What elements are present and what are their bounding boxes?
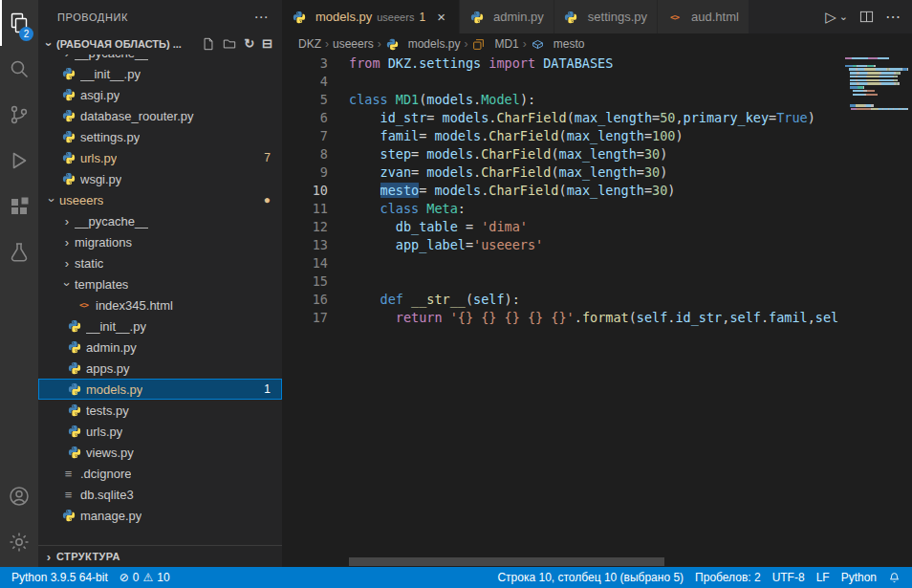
code-line-5[interactable]: class MD1(models.Model):	[349, 91, 839, 109]
tree-item-wsgi.py[interactable]: wsgi.py	[38, 168, 282, 189]
status-item-indentation[interactable]: Пробелов: 2	[689, 567, 767, 588]
collapse-all-icon[interactable]: ⊟	[262, 37, 272, 51]
code-line-16[interactable]: def __str__(self):	[349, 291, 839, 309]
editor-actions: ▷ ⌄ ⋯	[814, 0, 912, 33]
code-line-14[interactable]	[349, 254, 839, 272]
line-number-11: 11	[282, 200, 328, 218]
code-line-11[interactable]: class Meta:	[349, 200, 839, 218]
tree-item-label: asgi.py	[80, 88, 119, 102]
activity-item-extensions[interactable]	[0, 184, 38, 229]
code-line-17[interactable]: return '{} {} {} {} {}'.format(self.id_s…	[349, 309, 839, 327]
code-line-4[interactable]	[349, 73, 839, 91]
code-editor[interactable]: from DKZ.settings import DATABASES class…	[349, 54, 839, 567]
code-line-15[interactable]	[349, 272, 839, 291]
status-item-problems[interactable]: ⊘0⚠10	[114, 567, 176, 588]
code-line-6[interactable]: id_str= models.CharField(max_length=50,p…	[349, 109, 839, 127]
activity-item-testing[interactable]	[0, 229, 38, 275]
minimap[interactable]	[843, 54, 910, 567]
python-icon	[61, 151, 76, 165]
activity-item-run-debug[interactable]	[0, 138, 38, 184]
code-line-9[interactable]: zvan= models.CharField(max_length=30)	[349, 163, 839, 182]
breadcrumb-item-useeers[interactable]: useeers	[333, 37, 374, 51]
tree-item-urls.py[interactable]: urls.py	[38, 421, 282, 442]
activity-item-settings[interactable]	[0, 519, 38, 565]
python-icon	[67, 361, 81, 376]
run-button[interactable]: ▷	[825, 9, 836, 26]
close-icon[interactable]: ×	[433, 9, 449, 25]
tree-item-db.sqlite3[interactable]: ≡db.sqlite3	[38, 484, 282, 505]
tree-item-label: __pycache__	[75, 54, 148, 60]
tree-item-label: templates	[75, 277, 128, 292]
horizontal-scrollbar[interactable]	[349, 557, 664, 566]
code-line-13[interactable]: app_label='useeers'	[349, 236, 839, 254]
tree-item-useeers[interactable]: ›useeers●	[38, 189, 282, 210]
chevron-right-icon: ›	[59, 214, 75, 229]
tree-item-templates[interactable]: ›templates	[38, 273, 282, 294]
tree-item-admin.py[interactable]: admin.py	[38, 337, 282, 358]
notifications-bell[interactable]	[882, 567, 906, 588]
tab-label: admin.py	[493, 10, 544, 24]
code-line-8[interactable]: step= models.CharField(max_length=30)	[349, 145, 839, 163]
tree-item-__init__.py[interactable]: __init__.py	[38, 316, 282, 337]
more-actions-icon[interactable]: ⋯	[885, 8, 901, 26]
status-item-encoding[interactable]: UTF-8	[767, 567, 811, 588]
tree-item-apps.py[interactable]: apps.py	[38, 358, 282, 379]
status-item-cursor-position[interactable]: Строка 10, столбец 10 (выбрано 5)	[491, 567, 689, 588]
code-line-7[interactable]: famil= models.CharField(max_length=100)	[349, 127, 839, 145]
code-line-12[interactable]: db_table = 'dima'	[349, 218, 839, 236]
tree-item-.dcignore[interactable]: ≡.dcignore	[38, 463, 282, 484]
gear-icon	[8, 531, 31, 554]
status-item-language-mode[interactable]: Python	[836, 567, 882, 588]
tree-item-static[interactable]: ›static	[38, 252, 282, 273]
refresh-icon[interactable]: ↻	[244, 37, 254, 51]
tree-item-tests.py[interactable]: tests.py	[38, 400, 282, 421]
breadcrumb-item-mesto[interactable]: mesto	[531, 37, 585, 52]
tab-label: settings.py	[588, 10, 647, 24]
tree-item-label: apps.py	[86, 361, 130, 376]
breadcrumb-item-MD1[interactable]: MD1	[471, 37, 518, 52]
activity-item-explorer[interactable]: 2	[0, 0, 38, 46]
status-item-python-interpreter[interactable]: Python 3.9.5 64-bit	[6, 567, 114, 588]
outline-section-header[interactable]: › СТРУКТУРА	[38, 545, 282, 567]
line-number-10: 10	[282, 182, 328, 200]
chevron-right-icon: ›	[59, 235, 75, 250]
tab-aud.html[interactable]: <>aud.html	[658, 0, 749, 33]
tree-item-__pycache__[interactable]: ›__pycache__	[38, 54, 282, 63]
new-folder-icon[interactable]	[223, 37, 236, 51]
code-line-3[interactable]: from DKZ.settings import DATABASES	[349, 54, 839, 73]
split-editor-icon[interactable]	[859, 10, 874, 24]
tab-admin.py[interactable]: admin.py	[460, 0, 554, 33]
tree-item-urls.py[interactable]: urls.py7	[38, 147, 282, 168]
chevron-down-icon: ›	[60, 276, 75, 292]
sidebar-more-actions-icon[interactable]: ⋯	[253, 9, 269, 26]
code-line-10[interactable]: mesto= models.CharField(max_length=30)	[349, 182, 839, 200]
tree-item-asgi.py[interactable]: asgi.py	[38, 84, 282, 105]
tree-item-__init__.py[interactable]: __init__.py	[38, 63, 282, 84]
minimap-line-5	[845, 65, 908, 67]
new-file-icon[interactable]	[202, 37, 215, 51]
activity-item-account[interactable]	[0, 473, 38, 519]
breadcrumb-item-models.py[interactable]: models.py	[385, 37, 461, 52]
tab-settings.py[interactable]: settings.py	[554, 0, 658, 33]
tree-item-settings.py[interactable]: settings.py	[38, 126, 282, 147]
status-item-label: Пробелов: 2	[695, 571, 761, 584]
tree-item-database_roouter.py[interactable]: database_roouter.py	[38, 105, 282, 126]
warning-count: 10	[157, 571, 169, 584]
status-item-eol[interactable]: LF	[811, 567, 836, 588]
tree-item-manage.py[interactable]: manage.py	[38, 505, 282, 526]
tree-item-models.py[interactable]: models.py1	[38, 379, 282, 400]
sidebar-title: ПРОВОДНИК	[57, 11, 128, 23]
run-dropdown-icon[interactable]: ⌄	[839, 11, 848, 23]
activity-item-search[interactable]	[0, 46, 38, 92]
tree-item-__pycache__[interactable]: ›__pycache__	[38, 210, 282, 231]
activity-item-source-control[interactable]	[0, 92, 38, 138]
tab-models.py[interactable]: models.pyuseeers1×	[282, 0, 460, 33]
tree-item-index345.html[interactable]: <>index345.html	[38, 294, 282, 316]
search-icon	[8, 57, 31, 80]
breadcrumb-item-DKZ[interactable]: DKZ	[298, 37, 321, 51]
status-item-label: LF	[816, 571, 830, 584]
tree-item-views.py[interactable]: views.py	[38, 442, 282, 463]
minimap-line-12	[845, 90, 908, 92]
tree-item-migrations[interactable]: ›migrations	[38, 231, 282, 252]
workspace-section-header[interactable]: › (РАБОЧАЯ ОБЛАСТЬ) ... ↻ ⊟	[38, 33, 282, 54]
